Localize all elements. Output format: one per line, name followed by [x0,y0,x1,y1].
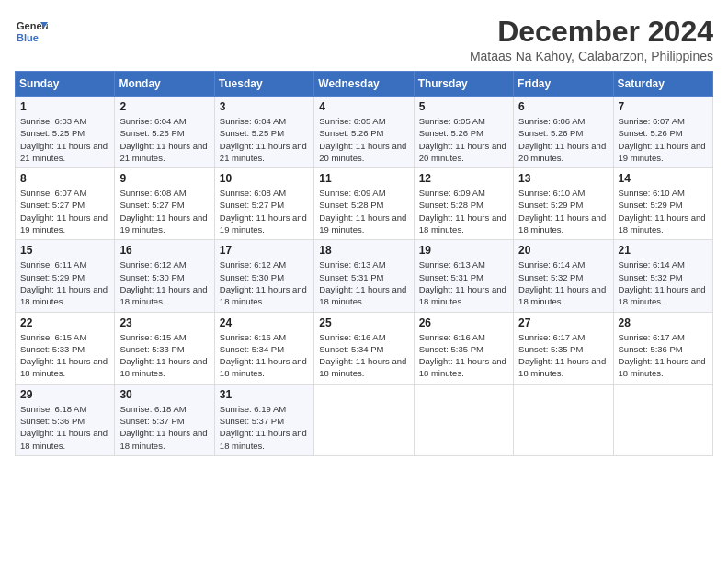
day-number: 27 [518,316,608,329]
calendar-day-cell: 4 Sunrise: 6:05 AMSunset: 5:26 PMDayligh… [314,97,414,168]
header: General Blue December 2024 Mataas Na Kah… [15,15,713,63]
day-number: 16 [119,244,209,257]
calendar-day-cell: 20 Sunrise: 6:14 AMSunset: 5:32 PMDaylig… [514,240,613,312]
calendar-day-cell: 25 Sunrise: 6:16 AMSunset: 5:34 PMDaylig… [314,312,414,384]
calendar-day-cell: 13 Sunrise: 6:10 AMSunset: 5:29 PMDaylig… [514,168,613,240]
calendar-day-cell: 2 Sunrise: 6:04 AMSunset: 5:25 PMDayligh… [115,97,214,168]
day-info: Sunrise: 6:07 AMSunset: 5:26 PMDaylight:… [619,116,706,163]
title-area: December 2024 Mataas Na Kahoy, Calabarzo… [470,15,713,63]
calendar-day-cell: 15 Sunrise: 6:11 AMSunset: 5:29 PMDaylig… [16,240,115,312]
calendar-header-day: Thursday [414,72,513,97]
calendar-table: SundayMondayTuesdayWednesdayThursdayFrid… [15,71,713,456]
day-info: Sunrise: 6:15 AMSunset: 5:33 PMDaylight:… [119,332,207,379]
day-number: 11 [319,172,408,185]
calendar-day-cell: 18 Sunrise: 6:13 AMSunset: 5:31 PMDaylig… [314,240,414,312]
calendar-week-row: 29 Sunrise: 6:18 AMSunset: 5:36 PMDaylig… [16,384,713,455]
day-info: Sunrise: 6:05 AMSunset: 5:26 PMDaylight:… [319,116,406,163]
day-info: Sunrise: 6:17 AMSunset: 5:36 PMDaylight:… [619,332,706,379]
day-number: 18 [319,244,408,257]
calendar-header-day: Friday [514,72,613,97]
calendar-day-cell: 29 Sunrise: 6:18 AMSunset: 5:36 PMDaylig… [16,384,115,455]
month-title: December 2024 [470,15,713,49]
calendar-week-row: 15 Sunrise: 6:11 AMSunset: 5:29 PMDaylig… [16,240,713,312]
calendar-day-cell: 8 Sunrise: 6:07 AMSunset: 5:27 PMDayligh… [16,168,115,240]
day-number: 31 [220,388,309,401]
calendar-day-cell: 21 Sunrise: 6:14 AMSunset: 5:32 PMDaylig… [613,240,712,312]
calendar-day-cell: 10 Sunrise: 6:08 AMSunset: 5:27 PMDaylig… [214,168,313,240]
day-info: Sunrise: 6:07 AMSunset: 5:27 PMDaylight:… [20,188,108,235]
day-number: 10 [220,172,309,185]
day-info: Sunrise: 6:14 AMSunset: 5:32 PMDaylight:… [518,259,606,306]
day-info: Sunrise: 6:11 AMSunset: 5:29 PMDaylight:… [20,259,108,306]
day-number: 25 [319,316,408,329]
calendar-day-cell: 17 Sunrise: 6:12 AMSunset: 5:30 PMDaylig… [214,240,313,312]
calendar-day-cell [613,384,712,455]
calendar-day-cell: 22 Sunrise: 6:15 AMSunset: 5:33 PMDaylig… [16,312,115,384]
day-number: 13 [518,172,608,185]
day-info: Sunrise: 6:13 AMSunset: 5:31 PMDaylight:… [319,259,406,306]
calendar-day-cell: 23 Sunrise: 6:15 AMSunset: 5:33 PMDaylig… [115,312,214,384]
day-info: Sunrise: 6:19 AMSunset: 5:37 PMDaylight:… [220,404,307,451]
calendar-day-cell: 5 Sunrise: 6:05 AMSunset: 5:26 PMDayligh… [414,97,513,168]
day-info: Sunrise: 6:13 AMSunset: 5:31 PMDaylight:… [419,259,506,306]
day-number: 7 [619,100,708,113]
day-number: 22 [20,316,109,329]
day-info: Sunrise: 6:05 AMSunset: 5:26 PMDaylight:… [419,116,506,163]
day-number: 30 [119,388,209,401]
logo-icon: General Blue [15,15,48,48]
day-number: 5 [419,100,508,113]
calendar-week-row: 22 Sunrise: 6:15 AMSunset: 5:33 PMDaylig… [16,312,713,384]
calendar-day-cell: 16 Sunrise: 6:12 AMSunset: 5:30 PMDaylig… [115,240,214,312]
day-number: 6 [518,100,608,113]
calendar-header-day: Tuesday [214,72,313,97]
calendar-day-cell [414,384,513,455]
day-number: 15 [20,244,109,257]
day-number: 3 [220,100,309,113]
calendar-day-cell: 28 Sunrise: 6:17 AMSunset: 5:36 PMDaylig… [613,312,712,384]
calendar-day-cell: 24 Sunrise: 6:16 AMSunset: 5:34 PMDaylig… [214,312,313,384]
calendar-day-cell: 27 Sunrise: 6:17 AMSunset: 5:35 PMDaylig… [514,312,613,384]
day-number: 19 [419,244,508,257]
day-info: Sunrise: 6:09 AMSunset: 5:28 PMDaylight:… [319,188,406,235]
day-number: 21 [619,244,708,257]
calendar-day-cell: 30 Sunrise: 6:18 AMSunset: 5:37 PMDaylig… [115,384,214,455]
calendar-day-cell: 3 Sunrise: 6:04 AMSunset: 5:25 PMDayligh… [214,97,313,168]
day-info: Sunrise: 6:14 AMSunset: 5:32 PMDaylight:… [619,259,706,306]
day-number: 1 [20,100,109,113]
day-number: 8 [20,172,109,185]
day-info: Sunrise: 6:10 AMSunset: 5:29 PMDaylight:… [518,188,606,235]
day-info: Sunrise: 6:04 AMSunset: 5:25 PMDaylight:… [220,116,307,163]
calendar-day-cell: 9 Sunrise: 6:08 AMSunset: 5:27 PMDayligh… [115,168,214,240]
logo: General Blue [15,15,48,48]
day-number: 26 [419,316,508,329]
day-number: 24 [220,316,309,329]
day-info: Sunrise: 6:10 AMSunset: 5:29 PMDaylight:… [619,188,706,235]
calendar-day-cell: 31 Sunrise: 6:19 AMSunset: 5:37 PMDaylig… [214,384,313,455]
day-info: Sunrise: 6:12 AMSunset: 5:30 PMDaylight:… [119,259,207,306]
day-number: 9 [119,172,209,185]
day-number: 2 [119,100,209,113]
calendar-day-cell: 12 Sunrise: 6:09 AMSunset: 5:28 PMDaylig… [414,168,513,240]
calendar-day-cell: 6 Sunrise: 6:06 AMSunset: 5:26 PMDayligh… [514,97,613,168]
location-title: Mataas Na Kahoy, Calabarzon, Philippines [470,49,713,63]
calendar-day-cell: 26 Sunrise: 6:16 AMSunset: 5:35 PMDaylig… [414,312,513,384]
day-number: 17 [220,244,309,257]
day-number: 20 [518,244,608,257]
day-info: Sunrise: 6:04 AMSunset: 5:25 PMDaylight:… [119,116,207,163]
day-number: 12 [419,172,508,185]
day-number: 4 [319,100,408,113]
day-number: 23 [119,316,209,329]
calendar-header-day: Saturday [613,72,712,97]
calendar-day-cell: 7 Sunrise: 6:07 AMSunset: 5:26 PMDayligh… [613,97,712,168]
day-info: Sunrise: 6:15 AMSunset: 5:33 PMDaylight:… [20,332,108,379]
calendar-day-cell [514,384,613,455]
day-info: Sunrise: 6:18 AMSunset: 5:36 PMDaylight:… [20,404,108,451]
calendar-header-day: Sunday [16,72,115,97]
day-info: Sunrise: 6:17 AMSunset: 5:35 PMDaylight:… [518,332,606,379]
svg-text:Blue: Blue [17,32,39,43]
calendar-header-row: SundayMondayTuesdayWednesdayThursdayFrid… [16,72,713,97]
day-info: Sunrise: 6:08 AMSunset: 5:27 PMDaylight:… [119,188,207,235]
day-info: Sunrise: 6:16 AMSunset: 5:35 PMDaylight:… [419,332,506,379]
calendar-day-cell: 19 Sunrise: 6:13 AMSunset: 5:31 PMDaylig… [414,240,513,312]
calendar-header-day: Monday [115,72,214,97]
